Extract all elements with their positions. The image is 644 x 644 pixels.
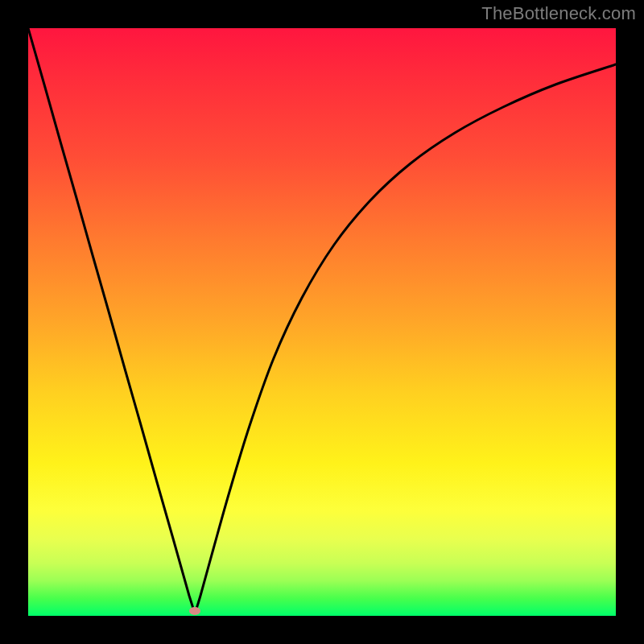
chart-frame: TheBottleneck.com <box>0 0 644 644</box>
plot-area <box>28 28 616 616</box>
watermark-text: TheBottleneck.com <box>481 3 636 24</box>
gradient-background <box>28 28 616 616</box>
